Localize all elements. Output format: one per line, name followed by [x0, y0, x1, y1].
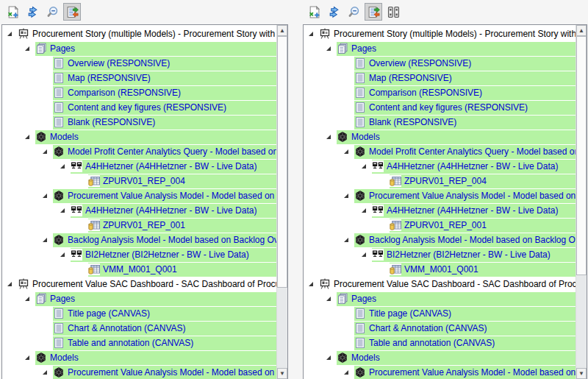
tree-item[interactable]: Model Profit Center Analytics Query - Mo… [304, 144, 576, 159]
tree-item[interactable]: Chart & Annotation (CANVAS) [3, 321, 276, 336]
expander-icon[interactable] [41, 144, 53, 159]
tree-item-label: Title page (CANVAS) [68, 308, 152, 319]
export-report-button[interactable] [305, 3, 323, 21]
tree-item[interactable]: Table and annotation (CANVAS) [3, 336, 276, 350]
expander-icon[interactable] [343, 188, 354, 203]
tree-item[interactable]: A4HHetzner (A4HHetzner - BW - Live Data) [3, 159, 276, 174]
expander-icon[interactable] [307, 277, 319, 291]
tree-item[interactable]: Procurement Value Analysis Model - Model… [3, 365, 276, 379]
tree-item[interactable]: VMM_M001_Q001 [3, 262, 276, 277]
tree-item[interactable]: Pages [3, 291, 276, 306]
tree-item[interactable]: A4HHetzner (A4HHetzner - BW - Live Data) [3, 203, 276, 218]
scroll-down-button[interactable]: ▼ [277, 368, 287, 379]
tree-item[interactable]: Backlog Analysis Model - Model based on … [3, 233, 276, 247]
tree-item[interactable]: Pages [304, 291, 576, 306]
tree-item[interactable]: Title page (CANVAS) [3, 306, 276, 321]
tree-item[interactable]: A4HHetzner (A4HHetzner - BW - Live Data) [304, 159, 576, 174]
tree-item[interactable]: Map (RESPONSIVE) [304, 71, 576, 85]
row-highlight: Pages [35, 42, 276, 56]
compare-arrows-button[interactable] [325, 3, 343, 21]
scroll-up-button[interactable]: ▲ [576, 25, 587, 36]
expander-icon[interactable] [307, 26, 319, 41]
tree-item[interactable]: ZPURV01_REP_004 [3, 174, 276, 188]
expander-icon[interactable] [343, 144, 354, 159]
expander-icon[interactable] [59, 159, 71, 174]
tree-item[interactable]: Blank (RESPONSIVE) [3, 115, 276, 130]
row-highlight: Models [337, 351, 576, 365]
vertical-scrollbar[interactable]: ▲ ▼ [276, 25, 287, 379]
tree-item[interactable]: Model Profit Center Analytics Query - Mo… [3, 144, 276, 159]
tree-item[interactable]: Content and key figures (RESPONSIVE) [3, 100, 276, 115]
expander-icon[interactable] [6, 26, 18, 41]
side-by-side-button[interactable] [384, 3, 402, 21]
tree-item[interactable]: Table and annotation (CANVAS) [304, 336, 576, 350]
tree-item[interactable]: Comparison (RESPONSIVE) [3, 85, 276, 100]
expander-icon[interactable] [360, 203, 372, 218]
tree-item[interactable]: Backlog Analysis Model - Model based on … [304, 233, 576, 247]
tree-item[interactable]: VMM_M001_Q001 [304, 262, 576, 277]
tree-item[interactable]: Blank (RESPONSIVE) [304, 115, 576, 130]
scroll-up-button[interactable]: ▲ [277, 25, 287, 36]
tree-item[interactable]: Chart & Annotation (CANVAS) [304, 321, 576, 336]
expander-icon[interactable] [360, 247, 372, 262]
tree-item[interactable]: Models [304, 130, 576, 144]
tree-item[interactable]: Procurement Value Analysis Model - Model… [304, 365, 576, 379]
expander-icon[interactable] [325, 350, 337, 365]
tree-item[interactable]: Procurement Story (multiple Models) - Pr… [304, 26, 576, 41]
tree-item[interactable]: BI2Hetzner (BI2Hetzner - BW - Live Data) [3, 247, 276, 262]
expander-icon[interactable] [343, 233, 354, 247]
expander-icon[interactable] [343, 365, 354, 379]
zoom-out-button[interactable] [345, 3, 362, 21]
expander-icon[interactable] [59, 203, 71, 218]
tree-item[interactable]: Pages [3, 41, 276, 56]
tree-item[interactable]: Models [3, 350, 276, 365]
expander-icon[interactable] [325, 291, 337, 306]
connection-icon [71, 249, 82, 261]
expander-slot [343, 85, 354, 100]
tree-item[interactable]: BI2Hetzner (BI2Hetzner - BW - Live Data) [304, 247, 576, 262]
tree-item[interactable]: Title page (CANVAS) [304, 306, 576, 321]
tree-item[interactable]: Procurement Value SAC Dashboard - SAC Da… [3, 277, 276, 291]
tree-item[interactable]: Pages [304, 41, 576, 56]
expander-slot [76, 218, 88, 233]
zoom-out-button[interactable] [43, 3, 61, 21]
expander-icon[interactable] [41, 188, 53, 203]
expander-icon[interactable] [325, 130, 337, 144]
tree-item[interactable]: Procurement Value Analysis Model - Model… [304, 188, 576, 203]
tree-item[interactable]: Content and key figures (RESPONSIVE) [304, 100, 576, 115]
expander-icon[interactable] [325, 41, 337, 56]
expander-icon[interactable] [24, 41, 35, 56]
tree-item-label: Procurement Value SAC Dashboard - SAC Da… [32, 279, 276, 289]
expander-icon[interactable] [24, 130, 35, 144]
tree-item[interactable]: Overview (RESPONSIVE) [304, 56, 576, 71]
expander-icon[interactable] [6, 277, 18, 291]
compare-arrows-button[interactable] [24, 3, 41, 21]
expander-icon[interactable] [41, 365, 53, 379]
tree-item[interactable]: Comparison (RESPONSIVE) [304, 85, 576, 100]
tree-item[interactable]: Procurement Story (multiple Models) - Pr… [3, 26, 276, 41]
tree-item[interactable]: ZPURV01_REP_001 [304, 218, 576, 233]
show-differences-button[interactable] [63, 3, 81, 21]
export-report-button[interactable] [4, 3, 21, 21]
scroll-down-button[interactable]: ▼ [576, 368, 587, 379]
scroll-thumb[interactable] [576, 36, 587, 275]
tree-item[interactable]: Procurement Value Analysis Model - Model… [3, 188, 276, 203]
tree-item[interactable]: Models [304, 350, 576, 365]
show-differences-button[interactable] [365, 3, 382, 21]
tree-item[interactable]: Procurement Value SAC Dashboard - SAC Da… [304, 277, 576, 291]
expander-slot [343, 71, 354, 85]
expander-icon[interactable] [59, 247, 71, 262]
scroll-thumb[interactable] [277, 36, 287, 288]
expander-icon[interactable] [360, 159, 372, 174]
tree-item[interactable]: A4HHetzner (A4HHetzner - BW - Live Data) [304, 203, 576, 218]
expander-icon[interactable] [24, 350, 35, 365]
tree-item[interactable]: Models [3, 130, 276, 144]
expander-icon[interactable] [41, 233, 53, 247]
tree-item[interactable]: ZPURV01_REP_001 [3, 218, 276, 233]
expander-icon[interactable] [24, 291, 35, 306]
vertical-scrollbar[interactable]: ▲ ▼ [576, 25, 587, 379]
query-icon [88, 175, 100, 187]
tree-item[interactable]: Map (RESPONSIVE) [3, 71, 276, 85]
tree-item[interactable]: ZPURV01_REP_004 [304, 174, 576, 188]
tree-item[interactable]: Overview (RESPONSIVE) [3, 56, 276, 71]
